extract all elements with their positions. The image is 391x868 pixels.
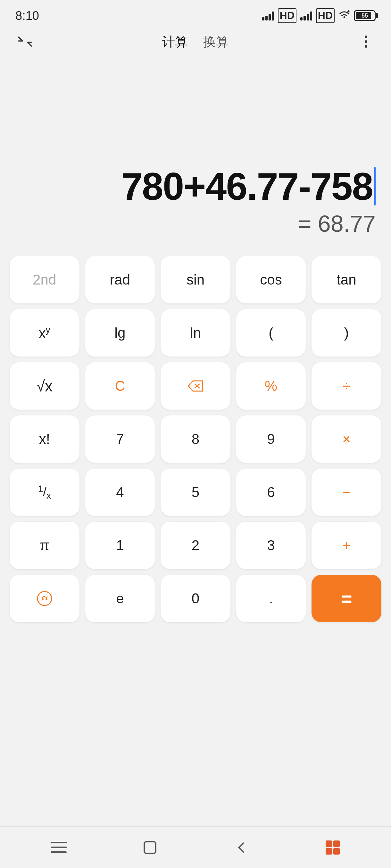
- svg-point-2: [42, 598, 44, 600]
- bottom-nav: [0, 827, 391, 868]
- display-area: 780+46.77-758 = 68.77: [0, 83, 391, 250]
- key-inverse[interactable]: 1/x: [9, 469, 80, 516]
- svg-rect-9: [333, 840, 340, 847]
- key-row-3: x!789×: [9, 415, 381, 463]
- expression-text: 780+46.77-758: [121, 165, 373, 208]
- svg-rect-5: [51, 846, 67, 848]
- key-multiply[interactable]: ×: [311, 415, 381, 463]
- wifi-icon: +: [338, 9, 350, 22]
- key-5[interactable]: 5: [161, 469, 230, 516]
- more-options-button[interactable]: [356, 32, 375, 51]
- key-row-5: π123+: [9, 522, 381, 569]
- key-lg[interactable]: lg: [85, 309, 155, 356]
- expression-line: 780+46.77-758: [121, 165, 375, 208]
- key-minus[interactable]: −: [311, 469, 381, 516]
- nav-home-button[interactable]: [137, 835, 163, 860]
- key-row-1: xylgln(): [9, 309, 381, 356]
- key-e[interactable]: e: [85, 575, 155, 622]
- key-lparen[interactable]: (: [236, 309, 306, 356]
- key-rad[interactable]: rad: [85, 256, 155, 303]
- nav-menu-button[interactable]: [46, 835, 72, 860]
- key-cos[interactable]: cos: [236, 256, 306, 303]
- key-row-0: 2ndradsincostan: [9, 256, 381, 303]
- key-plus[interactable]: +: [311, 522, 381, 569]
- svg-rect-11: [333, 848, 340, 855]
- key-factorial[interactable]: x!: [9, 415, 80, 463]
- key-row-6: e0.=: [9, 575, 381, 622]
- nav-tabs: 计算 换算: [162, 33, 229, 51]
- key-8[interactable]: 8: [161, 415, 230, 463]
- key-divide[interactable]: ÷: [311, 362, 381, 410]
- key-sin[interactable]: sin: [161, 256, 230, 303]
- svg-rect-8: [326, 840, 332, 847]
- svg-rect-4: [51, 842, 67, 843]
- key-tan[interactable]: tan: [311, 256, 381, 303]
- key-3[interactable]: 3: [236, 522, 306, 569]
- key-rparen[interactable]: ): [311, 309, 381, 356]
- key-backspace[interactable]: [161, 362, 230, 410]
- hd-badge-2: HD: [316, 8, 335, 23]
- key-2nd[interactable]: 2nd: [9, 256, 80, 303]
- key-0[interactable]: 0: [161, 575, 230, 622]
- svg-point-1: [37, 591, 52, 606]
- keyboard: 2ndradsincostanxylgln()√xC %÷x!789×1/x45…: [0, 250, 391, 629]
- key-rand[interactable]: [9, 575, 80, 622]
- svg-rect-6: [51, 851, 67, 853]
- svg-rect-7: [144, 842, 156, 853]
- key-6[interactable]: 6: [236, 469, 306, 516]
- tab-calculate[interactable]: 计算: [162, 33, 188, 51]
- status-time: 8:10: [16, 9, 39, 23]
- result-line: = 68.77: [298, 211, 375, 237]
- key-sqrt[interactable]: √x: [9, 362, 80, 410]
- tab-convert[interactable]: 换算: [203, 33, 229, 51]
- key-clear[interactable]: C: [85, 362, 155, 410]
- key-9[interactable]: 9: [236, 415, 306, 463]
- key-percent[interactable]: %: [236, 362, 306, 410]
- key-4[interactable]: 4: [85, 469, 155, 516]
- key-row-2: √xC %÷: [9, 362, 381, 410]
- hd-badge-1: HD: [278, 8, 297, 23]
- key-equals[interactable]: =: [311, 575, 381, 622]
- signal-icon-2: [300, 11, 312, 21]
- nav-back-button[interactable]: [228, 835, 254, 860]
- battery-icon: 55: [354, 10, 375, 21]
- svg-text:+: +: [347, 9, 350, 14]
- collapse-icon[interactable]: [16, 32, 35, 51]
- nav-community-button[interactable]: [320, 835, 345, 860]
- key-7[interactable]: 7: [85, 415, 155, 463]
- status-icons: HD HD + 55: [262, 8, 375, 23]
- status-bar: 8:10 HD HD +: [0, 0, 391, 26]
- signal-icon-1: [262, 11, 274, 21]
- key-dot[interactable]: .: [236, 575, 306, 622]
- cursor: [374, 167, 375, 206]
- key-xy[interactable]: xy: [9, 309, 80, 356]
- svg-point-3: [46, 598, 48, 600]
- key-row-4: 1/x456−: [9, 469, 381, 516]
- key-1[interactable]: 1: [85, 522, 155, 569]
- svg-rect-10: [326, 848, 332, 855]
- top-nav: 计算 换算: [0, 26, 391, 58]
- key-pi[interactable]: π: [9, 522, 80, 569]
- key-2[interactable]: 2: [161, 522, 230, 569]
- key-ln[interactable]: ln: [161, 309, 230, 356]
